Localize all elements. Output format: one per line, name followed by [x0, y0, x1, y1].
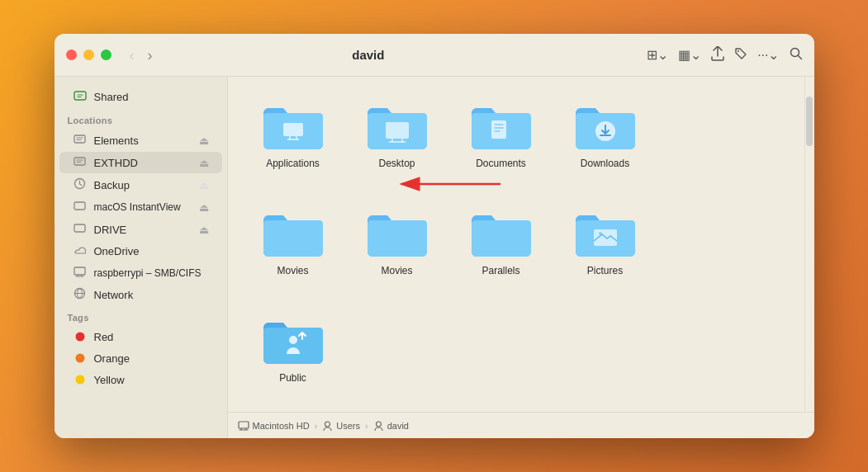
drive-label: DRIVE — [94, 224, 192, 236]
folder-parallels[interactable]: Parallels — [456, 201, 547, 288]
raspberrypi-icon — [73, 266, 88, 280]
folder-downloads-icon — [572, 98, 638, 153]
breadcrumb-users-label: Users — [336, 421, 360, 431]
svg-point-0 — [738, 50, 739, 52]
tags-header: Tags — [55, 306, 227, 326]
scrollbar[interactable] — [804, 77, 814, 412]
folder-pictures-icon — [572, 205, 638, 260]
sidebar-item-shared[interactable]: Shared — [59, 86, 222, 108]
folder-desktop[interactable]: Desktop — [352, 93, 443, 181]
folder-applications[interactable]: Applications — [248, 93, 339, 181]
close-button[interactable] — [66, 50, 77, 60]
breadcrumb-macintosh-label: Macintosh HD — [253, 421, 310, 431]
folder-onedrive[interactable]: Movies — [352, 201, 443, 288]
network-icon — [73, 287, 88, 302]
files-scroll-area: Applications — [228, 77, 814, 412]
breadcrumb-david[interactable]: david — [373, 420, 409, 431]
folder-documents-icon — [468, 98, 534, 153]
sidebar-item-elements[interactable]: Elements ⏏ — [59, 130, 222, 151]
shared-label: Shared — [94, 91, 209, 103]
sidebar-item-macos[interactable]: macOS InstantView ⏏ — [59, 196, 222, 218]
search-icon[interactable] — [790, 47, 803, 64]
locations-header: Locations — [55, 109, 227, 129]
svg-point-10 — [75, 333, 84, 342]
content-area: Shared Locations Elements ⏏ — [55, 77, 814, 438]
sidebar-item-onedrive[interactable]: OneDrive — [59, 241, 222, 262]
folder-desktop-icon — [364, 98, 430, 153]
backup-label: Backup — [94, 179, 192, 191]
share-icon[interactable] — [711, 46, 724, 64]
titlebar: ‹ › david ⊞⌄ ▦⌄ ···⌄ — [55, 34, 814, 77]
folder-downloads[interactable]: Downloads — [560, 93, 651, 181]
svg-rect-8 — [74, 267, 85, 275]
raspberrypi-label: raspberrypi – SMB/CIFS — [94, 267, 209, 279]
breadcrumb-sep-2: › — [365, 421, 368, 431]
macos-eject-icon[interactable]: ⏏ — [199, 201, 209, 214]
drive-icon — [73, 222, 88, 237]
folder-documents[interactable]: Documents — [456, 93, 547, 181]
svg-point-22 — [325, 422, 330, 427]
scrollbar-thumb[interactable] — [806, 97, 813, 146]
red-tag-icon — [73, 330, 88, 344]
statusbar: Macintosh HD › Users › david — [228, 412, 814, 438]
sidebar-item-backup[interactable]: Backup ⏏ — [59, 174, 222, 196]
sidebar-item-raspberrypi[interactable]: raspberrypi – SMB/CIFS — [59, 262, 222, 283]
sidebar-item-drive[interactable]: DRIVE ⏏ — [59, 219, 222, 240]
svg-rect-4 — [74, 158, 85, 165]
tag-icon[interactable] — [734, 47, 747, 64]
sidebar-item-orange[interactable]: Orange — [59, 348, 222, 369]
finder-window: ‹ › david ⊞⌄ ▦⌄ ···⌄ — [55, 34, 814, 438]
backup-eject-icon: ⏏ — [199, 179, 209, 191]
folder-public-label: Public — [279, 372, 306, 385]
folder-parallels-icon — [468, 205, 534, 260]
exthdd-eject-icon[interactable]: ⏏ — [199, 157, 209, 169]
sidebar-item-network[interactable]: Network — [59, 284, 222, 305]
folder-applications-label: Applications — [266, 158, 320, 171]
folder-parallels-label: Parallels — [481, 265, 519, 278]
network-label: Network — [94, 289, 209, 301]
folder-pictures-label: Pictures — [587, 265, 623, 278]
onedrive-label: OneDrive — [94, 245, 209, 257]
svg-point-12 — [75, 375, 84, 385]
exthdd-icon — [73, 155, 88, 170]
sidebar-item-red[interactable]: Red — [59, 327, 222, 347]
red-tag-label: Red — [94, 331, 209, 343]
orange-tag-icon — [73, 352, 88, 366]
macos-label: macOS InstantView — [94, 201, 192, 213]
minimize-button[interactable] — [83, 50, 94, 60]
main-wrapper: Applications — [228, 77, 814, 438]
folder-desktop-label: Desktop — [378, 158, 415, 171]
drive-eject-icon[interactable]: ⏏ — [199, 224, 209, 236]
svg-rect-3 — [74, 135, 85, 143]
folder-onedrive-icon — [364, 205, 430, 260]
sidebar-item-exthdd[interactable]: EXTHDD ⏏ — [59, 152, 222, 173]
elements-icon — [73, 133, 88, 148]
onedrive-icon — [73, 244, 88, 258]
svg-rect-6 — [74, 202, 85, 210]
svg-rect-21 — [239, 422, 249, 428]
view-grid-icon[interactable]: ⊞⌄ — [647, 47, 668, 63]
orange-tag-label: Orange — [94, 352, 209, 365]
folder-movies-label: Movies — [277, 265, 308, 278]
backup-icon — [73, 177, 88, 192]
toolbar-right: ⊞⌄ ▦⌄ ···⌄ — [647, 46, 802, 64]
sidebar-item-yellow[interactable]: Yellow — [59, 370, 222, 390]
exthdd-label: EXTHDD — [94, 157, 192, 169]
elements-eject-icon[interactable]: ⏏ — [199, 135, 209, 147]
files-area: Applications — [228, 77, 804, 412]
breadcrumb-users[interactable]: Users — [322, 420, 360, 431]
svg-point-23 — [376, 422, 381, 427]
svg-rect-14 — [283, 123, 303, 136]
view-options-icon[interactable]: ▦⌄ — [678, 47, 701, 63]
svg-rect-15 — [386, 122, 409, 139]
breadcrumb-macintosh[interactable]: Macintosh HD — [238, 420, 310, 431]
sidebar: Shared Locations Elements ⏏ — [55, 77, 228, 438]
folder-applications-icon — [260, 98, 326, 153]
shared-icon — [73, 89, 88, 105]
folder-movies[interactable]: Movies — [248, 201, 339, 288]
svg-point-19 — [599, 232, 602, 235]
breadcrumb-sep-1: › — [315, 421, 318, 431]
more-icon[interactable]: ···⌄ — [757, 47, 779, 63]
folder-public[interactable]: Public — [248, 308, 339, 395]
folder-pictures[interactable]: Pictures — [560, 201, 651, 288]
